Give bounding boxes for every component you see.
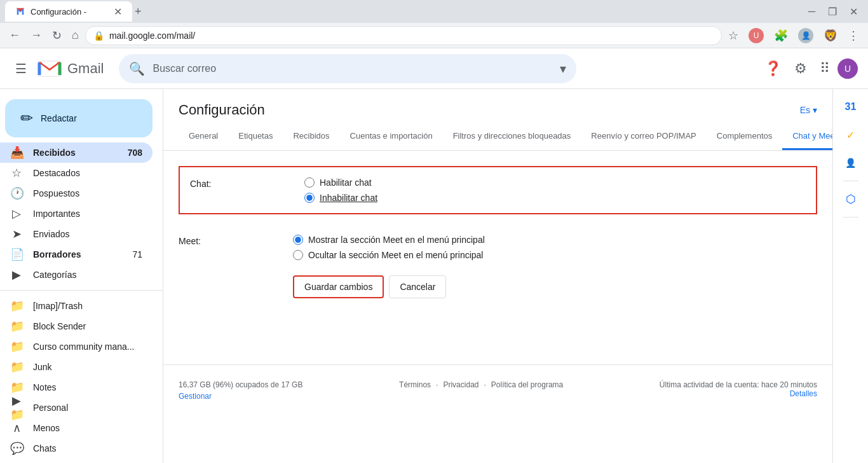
- sidebar-label-imap-trash: [Imap]/Trash: [33, 301, 142, 311]
- forward-button[interactable]: →: [27, 26, 46, 45]
- tab-cuentas[interactable]: Cuentas e importación: [340, 123, 443, 150]
- sidebar-item-categorias[interactable]: ▶ Categorías: [0, 265, 153, 285]
- sidebar-count-borradores: 71: [132, 249, 142, 259]
- right-panel: 31 ✓ 👤 ⬡ +: [832, 89, 868, 463]
- account-icon-button[interactable]: 👤: [794, 25, 817, 46]
- chat-enable-radio[interactable]: [304, 177, 315, 188]
- tab-bar: Configuración - ✕ +: [5, 0, 144, 23]
- back-button[interactable]: ←: [5, 26, 24, 45]
- sidebar-item-imap-trash[interactable]: 📁 [Imap]/Trash: [0, 296, 153, 316]
- dropbox-icon[interactable]: ⬡: [838, 186, 864, 212]
- meet-show-radio[interactable]: [293, 235, 303, 245]
- new-tab-button[interactable]: +: [132, 3, 144, 21]
- sidebar: ✏ Redactar 📥 Recibidos 708 ☆ Destacados …: [0, 89, 163, 463]
- chat-disable-radio[interactable]: [304, 193, 315, 203]
- settings-header: Configuración Es ▾: [163, 89, 832, 118]
- send-icon: ➤: [10, 227, 23, 241]
- sidebar-item-borradores[interactable]: 📄 Borradores 71: [0, 244, 153, 265]
- apps-grid-icon[interactable]: ⠿: [815, 55, 835, 82]
- profile-icon-button[interactable]: U: [745, 25, 768, 46]
- menu-button[interactable]: ⋮: [844, 26, 863, 45]
- folder-icon-1: 📁: [10, 299, 23, 313]
- meet-show-option[interactable]: Mostrar la sección Meet en el menú princ…: [293, 235, 485, 245]
- manage-link[interactable]: Gestionar: [179, 392, 302, 401]
- hamburger-menu-icon[interactable]: ☰: [10, 56, 32, 81]
- close-button[interactable]: ✕: [844, 3, 863, 20]
- chat-disable-option[interactable]: Inhabilitar chat: [304, 193, 377, 203]
- tab-etiquetas[interactable]: Etiquetas: [228, 123, 283, 150]
- footer-storage: 16,37 GB (96%) ocupados de 17 GB Gestion…: [179, 380, 302, 401]
- settings-gear-icon[interactable]: ⚙: [789, 55, 812, 82]
- sidebar-divider-1: [0, 290, 163, 291]
- cancel-button[interactable]: Cancelar: [389, 275, 446, 298]
- sidebar-item-notes[interactable]: 📁 Notes: [0, 377, 153, 397]
- chat-label: Chat:: [190, 177, 304, 189]
- label-icon: ▷: [10, 207, 23, 221]
- expand-icon: ▶: [10, 268, 23, 282]
- tasks-icon[interactable]: ✓: [838, 122, 864, 148]
- contacts-icon[interactable]: 👤: [838, 150, 864, 176]
- sidebar-item-programados[interactable]: 🗓 Programados: [0, 459, 153, 463]
- sidebar-item-block-sender[interactable]: 📁 Block Sender: [0, 316, 153, 336]
- sidebar-item-personal[interactable]: ▶ 📁 Personal: [0, 397, 153, 418]
- compose-button[interactable]: ✏ Redactar: [5, 99, 153, 137]
- sidebar-item-chats[interactable]: 💬 Chats: [0, 438, 153, 459]
- tab-filtros[interactable]: Filtros y direcciones bloqueadas: [443, 123, 581, 150]
- action-buttons: Guardar cambios Cancelar: [293, 275, 817, 298]
- language-selector[interactable]: Es ▾: [800, 105, 817, 115]
- lock-icon: 🔒: [93, 31, 104, 41]
- tab-close-button[interactable]: ✕: [114, 6, 122, 18]
- sidebar-item-enviados[interactable]: ➤ Enviados: [0, 224, 153, 244]
- tab-title: Configuración -: [31, 7, 86, 17]
- user-avatar[interactable]: U: [837, 59, 858, 79]
- sidebar-label-borradores: Borradores: [33, 249, 122, 259]
- search-input[interactable]: [153, 63, 552, 74]
- calendar-icon[interactable]: 31: [838, 94, 864, 120]
- home-button[interactable]: ⌂: [68, 26, 83, 45]
- tab-recibidos[interactable]: Recibidos: [283, 123, 339, 150]
- gmail-m-logo-svg: [37, 60, 62, 78]
- sidebar-label-categorias: Categorías: [33, 270, 142, 280]
- search-chevron-icon[interactable]: ▾: [560, 61, 566, 76]
- active-tab[interactable]: Configuración - ✕: [5, 1, 132, 22]
- toolbar-right: ☆ U 🧩 👤 🦁 ⋮: [724, 25, 863, 46]
- draft-icon: 📄: [10, 247, 23, 261]
- tab-complementos[interactable]: Complementos: [707, 123, 782, 150]
- tab-reenvio[interactable]: Reenvío y correo POP/IMAP: [581, 123, 706, 150]
- tab-general[interactable]: General: [179, 123, 228, 150]
- tab-chat-meet[interactable]: Chat y Meet: [782, 123, 832, 150]
- privacy-link[interactable]: Privacidad: [443, 380, 478, 389]
- minimize-button[interactable]: ─: [803, 3, 820, 20]
- save-button[interactable]: Guardar cambios: [293, 275, 384, 298]
- sidebar-item-recibidos[interactable]: 📥 Recibidos 708: [0, 142, 153, 163]
- inbox-icon: 📥: [10, 146, 23, 160]
- storage-info: 16,37 GB (96%) ocupados de 17 GB: [179, 380, 302, 389]
- search-bar[interactable]: 🔍 ▾: [119, 54, 576, 83]
- chevron-up-icon: ∧: [10, 421, 23, 435]
- settings-tabs: General Etiquetas Recibidos Cuentas e im…: [163, 123, 832, 151]
- sidebar-item-destacados[interactable]: ☆ Destacados: [0, 163, 153, 183]
- folder-expand-icon: ▶ 📁: [10, 394, 23, 422]
- folder-icon-4: 📁: [10, 360, 23, 374]
- help-icon[interactable]: ❓: [759, 55, 787, 82]
- meet-hide-label: Ocultar la sección Meet en el menú princ…: [308, 250, 483, 260]
- meet-show-label: Mostrar la sección Meet en el menú princ…: [308, 235, 485, 245]
- sidebar-label-menos: Menos: [33, 423, 142, 433]
- details-link[interactable]: Detalles: [660, 389, 817, 398]
- sidebar-item-importantes[interactable]: ▷ Importantes: [0, 204, 153, 224]
- sidebar-label-notes: Notes: [33, 382, 142, 392]
- terms-link[interactable]: Términos: [399, 380, 431, 389]
- sidebar-item-curso[interactable]: 📁 Curso community mana...: [0, 336, 153, 357]
- sidebar-item-pospuestos[interactable]: 🕐 Pospuestos: [0, 183, 153, 204]
- meet-hide-radio[interactable]: [293, 250, 303, 260]
- meet-hide-option[interactable]: Ocultar la sección Meet en el menú princ…: [293, 250, 485, 260]
- policy-link[interactable]: Política del programa: [491, 380, 563, 389]
- sidebar-item-junk[interactable]: 📁 Junk: [0, 357, 153, 377]
- brave-icon-button[interactable]: 🦁: [820, 26, 841, 45]
- maximize-button[interactable]: ❒: [823, 3, 842, 20]
- extensions-button[interactable]: 🧩: [770, 26, 792, 45]
- chat-enable-option[interactable]: Habilitar chat: [304, 177, 377, 188]
- address-bar[interactable]: 🔒 mail.google.com/mail/: [85, 26, 722, 45]
- refresh-button[interactable]: ↻: [48, 26, 65, 45]
- bookmark-star-button[interactable]: ☆: [724, 26, 742, 45]
